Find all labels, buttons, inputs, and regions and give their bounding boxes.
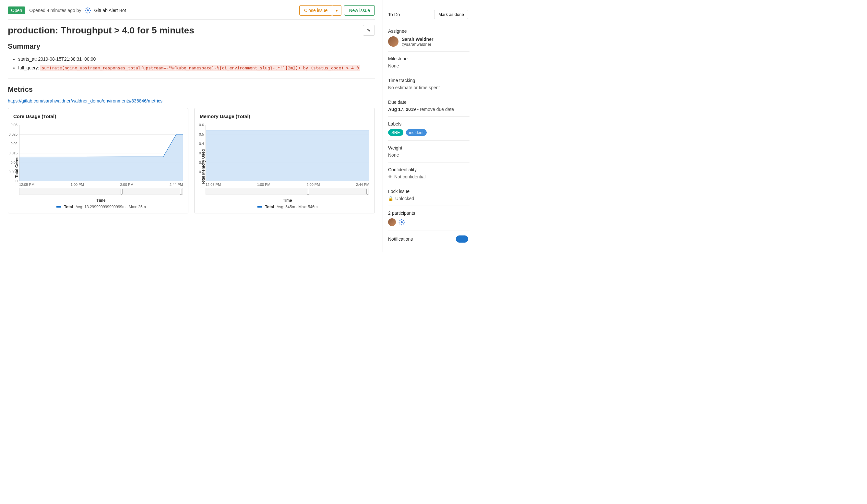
- due-date-value: Aug 17, 2019: [388, 107, 416, 112]
- lock-label: Lock issue: [388, 189, 468, 194]
- close-issue-button[interactable]: Close issue: [299, 5, 332, 15]
- full-query-label: full_query:: [18, 65, 40, 71]
- plot-area[interactable]: 00.0050.010.0150.020.0250.03: [19, 125, 183, 181]
- new-issue-button[interactable]: New issue: [344, 5, 375, 15]
- brush-handle-right[interactable]: [366, 189, 368, 195]
- brush-handle-left[interactable]: [121, 189, 122, 195]
- summary-item-starts-at: starts_at: 2019-08-15T21:38:31+00:00: [18, 55, 375, 63]
- edit-title-button[interactable]: [363, 25, 375, 36]
- brush-handle-right[interactable]: [180, 189, 182, 195]
- svg-point-17: [403, 224, 404, 224]
- svg-point-0: [87, 9, 89, 11]
- label-pill-sre[interactable]: SRE: [388, 129, 403, 136]
- y-axis-label: Total Cores: [13, 125, 19, 209]
- labels-label: Labels: [388, 121, 468, 127]
- svg-point-15: [403, 220, 404, 221]
- brush-handle-left[interactable]: [307, 189, 309, 195]
- summary-heading: Summary: [8, 42, 375, 51]
- summary-item-full-query: full_query: sum(rate(nginx_upstream_resp…: [18, 64, 375, 72]
- bot-name[interactable]: GitLab Alert Bot: [94, 8, 126, 13]
- issue-title: production: Throughput > 4.0 for 5 minut…: [8, 25, 194, 36]
- opened-text: Opened 4 minutes ago by: [29, 8, 81, 13]
- confidentiality-value: Not confidential: [394, 174, 426, 179]
- x-ticks: 12:05 PM1:00 PM2:00 PM2:44 PM: [19, 181, 183, 187]
- time-brush[interactable]: [205, 188, 369, 195]
- divider: [8, 78, 375, 79]
- x-axis-label: Time: [19, 198, 183, 203]
- confidentiality-label: Confidentiality: [388, 167, 468, 172]
- eye-icon: [388, 174, 394, 179]
- time-tracking-label: Time tracking: [388, 78, 468, 83]
- svg-point-11: [402, 224, 403, 225]
- legend-series-name: Total: [64, 205, 73, 209]
- participants-label: 2 participants: [388, 211, 468, 216]
- legend-series-name: Total: [265, 205, 274, 209]
- label-pill-incident[interactable]: incident: [406, 129, 427, 136]
- svg-point-6: [89, 8, 90, 9]
- svg-point-7: [86, 12, 87, 13]
- todo-label: To Do: [388, 12, 400, 17]
- legend-stats: Avg: 13.299999999999999m · Max: 25m: [76, 205, 146, 209]
- chart-legend: Total Avg: 545m · Max: 546m: [205, 205, 369, 209]
- legend-swatch-icon: [257, 206, 262, 207]
- remove-due-date-link[interactable]: remove due date: [420, 107, 454, 112]
- due-date-label: Due date: [388, 99, 468, 105]
- chart-title: Memory Usage (Total): [200, 114, 369, 119]
- summary-list: starts_at: 2019-08-15T21:38:31+00:00 ful…: [8, 55, 375, 72]
- milestone-value: None: [388, 63, 468, 68]
- svg-point-9: [401, 221, 403, 223]
- milestone-label: Milestone: [388, 56, 468, 61]
- participant-avatar[interactable]: [388, 218, 396, 226]
- assignee-avatar[interactable]: [388, 36, 398, 47]
- svg-point-1: [87, 8, 88, 9]
- svg-point-16: [399, 224, 400, 224]
- issue-sidebar: To Do Mark as done Assignee Sarah Waldne…: [383, 0, 470, 252]
- chart-legend: Total Avg: 13.299999999999999m · Max: 25…: [19, 205, 183, 209]
- issue-main: Open Opened 4 minutes ago by GitLab Aler…: [0, 0, 383, 252]
- assignee-label: Assignee: [388, 29, 468, 34]
- chart-core-usage: Core Usage (Total) Total Cores 00.0050.0…: [8, 108, 189, 213]
- chart-title: Core Usage (Total): [13, 114, 183, 119]
- y-axis-label: Total Memory Used: [200, 125, 205, 209]
- opened-by: Opened 4 minutes ago by GitLab Alert Bot: [29, 7, 126, 14]
- svg-point-13: [404, 222, 405, 223]
- assignee-handle: @sarahwaldner: [402, 42, 434, 47]
- svg-point-2: [87, 13, 88, 14]
- lock-icon: [388, 196, 395, 201]
- svg-point-12: [399, 222, 400, 223]
- issue-header: Open Opened 4 minutes ago by GitLab Aler…: [8, 5, 375, 20]
- lock-value: Unlocked: [395, 196, 414, 201]
- full-query-code: sum(rate(nginx_upstream_responses_total{…: [40, 65, 360, 71]
- x-ticks: 12:05 PM1:00 PM2:00 PM2:44 PM: [205, 181, 369, 187]
- plot-area[interactable]: 00.10.20.30.40.50.6: [205, 125, 369, 181]
- notifications-toggle[interactable]: [456, 235, 468, 243]
- metrics-link[interactable]: https://gitlab.com/sarahwaldner/waldner_…: [8, 98, 162, 104]
- svg-point-5: [86, 8, 87, 9]
- metrics-heading: Metrics: [8, 85, 375, 94]
- mark-done-button[interactable]: Mark as done: [434, 10, 468, 19]
- charts-row: Core Usage (Total) Total Cores 00.0050.0…: [8, 108, 375, 213]
- notifications-label: Notifications: [388, 236, 413, 242]
- assignee-name[interactable]: Sarah Waldner: [402, 37, 434, 42]
- svg-point-14: [399, 220, 400, 221]
- participant-bot-icon[interactable]: [398, 218, 406, 226]
- time-tracking-value: No estimate or time spent: [388, 85, 468, 90]
- legend-swatch-icon: [56, 206, 61, 207]
- weight-value: None: [388, 152, 468, 158]
- close-issue-dropdown[interactable]: [332, 5, 341, 15]
- svg-point-3: [85, 10, 86, 11]
- legend-stats: Avg: 545m · Max: 546m: [277, 205, 318, 209]
- bot-avatar-icon: [84, 7, 92, 14]
- x-axis-label: Time: [205, 198, 369, 203]
- status-badge: Open: [8, 7, 25, 14]
- chart-memory-usage: Memory Usage (Total) Total Memory Used 0…: [194, 108, 375, 213]
- svg-point-4: [90, 10, 91, 11]
- weight-label: Weight: [388, 145, 468, 150]
- due-date-suffix: -: [416, 107, 420, 112]
- svg-point-10: [402, 219, 403, 220]
- svg-point-8: [89, 12, 90, 13]
- time-brush[interactable]: [19, 188, 183, 195]
